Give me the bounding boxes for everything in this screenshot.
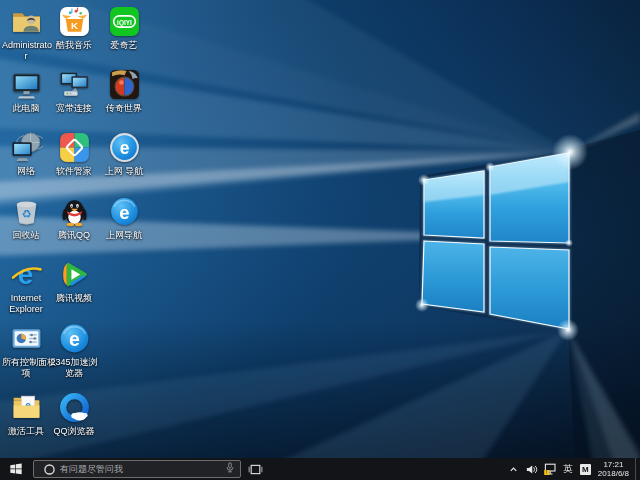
icon-label: 上网 导航 (100, 166, 148, 177)
show-hidden-icons-chevron[interactable] (506, 458, 521, 480)
internet-explorer-icon: e (10, 258, 43, 291)
svg-text:e: e (119, 138, 129, 158)
desktop-icon-this-pc[interactable]: 此电脑 (2, 68, 50, 114)
svg-text:♻: ♻ (21, 207, 31, 221)
icon-label: 所有控制面板项 (2, 357, 50, 379)
tencent-qq-icon (58, 195, 91, 228)
desktop-icon-recycle-bin[interactable]: ♻回收站 (2, 195, 50, 241)
show-desktop-button[interactable] (635, 458, 640, 480)
icon-label: InternetExplorer (2, 293, 50, 315)
cortana-icon (43, 463, 56, 476)
this-pc-icon (10, 68, 43, 101)
2345-browser-icon: e (58, 322, 91, 355)
svg-text:e: e (17, 259, 32, 290)
activation-tool-icon: e (10, 391, 43, 424)
qq-browser-icon (58, 391, 91, 424)
start-button[interactable] (0, 458, 32, 480)
microphone-icon[interactable] (224, 460, 236, 478)
taskbar: ! 英 M 17:21 2018/6/8 (0, 458, 640, 480)
icon-label: Administrator (2, 40, 50, 62)
web-navigation-icon: e (108, 131, 141, 164)
svg-text:e: e (69, 328, 80, 350)
broadband-connection-icon (58, 68, 91, 101)
task-view-button[interactable] (242, 458, 268, 480)
icon-label: 传奇世界 (100, 103, 148, 114)
ime-mode-indicator[interactable]: M (580, 464, 591, 475)
tencent-video-icon (58, 258, 91, 291)
icon-label: 上网导航 (100, 230, 148, 241)
all-control-panel-items-icon (10, 322, 43, 355)
icon-label: 此电脑 (2, 103, 50, 114)
volume-icon[interactable] (524, 458, 539, 480)
icon-label: 激活工具 (2, 426, 50, 437)
web-navigation-2-icon: e (108, 195, 141, 228)
desktop-icon-network[interactable]: 网络 (2, 131, 50, 177)
svg-text:iQIYI: iQIYI (117, 19, 132, 27)
desktop-icon-internet-explorer[interactable]: eInternetExplorer (2, 258, 50, 315)
network-icon (10, 131, 43, 164)
icon-label: 网络 (2, 166, 50, 177)
desktop-icon-kuwo-music[interactable]: K酷我音乐 (50, 5, 98, 51)
icon-label: 回收站 (2, 230, 50, 241)
desktop-icon-iqiyi[interactable]: iQIYI爱奇艺 (100, 5, 148, 51)
desktop-icon-tencent-video[interactable]: 腾讯视频 (50, 258, 98, 304)
icon-label: 腾讯视频 (50, 293, 98, 304)
task-view-icon (248, 462, 263, 477)
icon-label: 腾讯QQ (50, 230, 98, 241)
desktop-icon-activation-tool[interactable]: e激活工具 (2, 391, 50, 437)
kuwo-music-icon: K (58, 5, 91, 38)
ime-language-indicator[interactable]: 英 (561, 463, 575, 476)
system-tray: ! 英 M 17:21 2018/6/8 (505, 458, 640, 480)
network-status-icon[interactable]: ! (542, 458, 557, 480)
clock-time: 17:21 (598, 460, 629, 469)
recycle-bin-icon: ♻ (10, 195, 43, 228)
windows-logo-icon (9, 462, 23, 476)
desktop-icon-qq-browser[interactable]: QQ浏览器 (50, 391, 98, 437)
iqiyi-icon: iQIYI (108, 5, 141, 38)
icon-label: 宽带连接 (50, 103, 98, 114)
desktop-icon-all-control-panel-items[interactable]: 所有控制面板项 (2, 322, 50, 379)
desktop-icon-software-manager[interactable]: 软件管家 (50, 131, 98, 177)
icon-label: 软件管家 (50, 166, 98, 177)
desktop-icon-grid: Administrator此电脑网络♻回收站eInternetExplorer所… (0, 0, 640, 458)
desktop-icon-tencent-qq[interactable]: 腾讯QQ (50, 195, 98, 241)
taskbar-clock[interactable]: 17:21 2018/6/8 (598, 460, 629, 478)
administrator-folder-icon (10, 5, 43, 38)
svg-text:e: e (119, 202, 129, 223)
legend-of-mir-world-icon (108, 68, 141, 101)
software-manager-icon (58, 131, 91, 164)
icon-label: 爱奇艺 (100, 40, 148, 51)
icon-label: QQ浏览器 (50, 426, 98, 437)
taskbar-search[interactable] (33, 460, 241, 478)
icon-label: 2345加速浏览器 (50, 357, 98, 379)
clock-date: 2018/6/8 (598, 469, 629, 478)
desktop-icon-legend-of-mir-world[interactable]: 传奇世界 (100, 68, 148, 114)
search-input[interactable] (60, 464, 224, 474)
desktop-icon-web-navigation-2[interactable]: e上网导航 (100, 195, 148, 241)
icon-label: 酷我音乐 (50, 40, 98, 51)
windows-desktop: Administrator此电脑网络♻回收站eInternetExplorer所… (0, 0, 640, 480)
desktop-icon-administrator-folder[interactable]: Administrator (2, 5, 50, 62)
desktop-icon-broadband-connection[interactable]: 宽带连接 (50, 68, 98, 114)
desktop-icon-2345-browser[interactable]: e2345加速浏览器 (50, 322, 98, 379)
svg-text:K: K (70, 20, 77, 31)
desktop-icon-web-navigation[interactable]: e上网 导航 (100, 131, 148, 177)
